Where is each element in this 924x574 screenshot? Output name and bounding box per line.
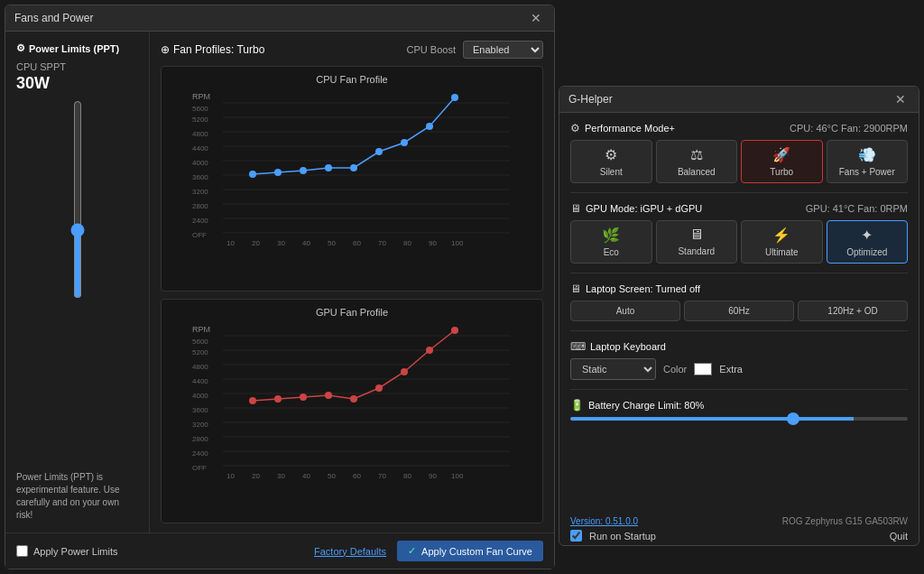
svg-point-34: [325, 164, 332, 171]
optimized-mode-button[interactable]: ✦ Optimized: [827, 220, 909, 264]
main-content: ⚙ Power Limits (PPT) CPU SPPT 30W Power …: [5, 32, 554, 532]
apply-power-label[interactable]: Apply Power Limits: [16, 545, 118, 557]
gpu-info: GPU: 41°C Fan: 0RPM: [806, 203, 908, 214]
120hz-button[interactable]: 120Hz + OD: [798, 301, 908, 321]
svg-text:70: 70: [378, 239, 386, 246]
ghelper-close-button[interactable]: ✕: [892, 92, 910, 106]
apply-fan-curve-button[interactable]: ✓ Apply Custom Fan Curve: [397, 541, 543, 561]
svg-text:90: 90: [429, 472, 437, 479]
svg-text:2400: 2400: [192, 449, 208, 458]
turbo-mode-button[interactable]: 🚀 Turbo: [741, 140, 823, 183]
laptop-screen-section: 🖥 Laptop Screen: Turned off Auto 60Hz 12…: [570, 282, 908, 321]
fans-power-mode-button[interactable]: 💨 Fans + Power: [827, 140, 909, 183]
factory-defaults-button[interactable]: Factory Defaults: [314, 546, 386, 557]
standard-mode-button[interactable]: 🖥 Standard: [656, 220, 738, 264]
svg-text:4400: 4400: [192, 144, 208, 153]
svg-text:80: 80: [403, 472, 411, 479]
svg-text:100: 100: [451, 239, 464, 246]
startup-row: Run on Startup Quit: [559, 526, 919, 545]
svg-text:20: 20: [252, 239, 260, 246]
eco-mode-button[interactable]: 🌿 Eco: [570, 220, 652, 264]
divider-2: [570, 273, 908, 273]
keyboard-icon: ⌨: [570, 340, 586, 353]
svg-text:3200: 3200: [192, 421, 208, 429]
keyboard-controls: Static Breathing Color Cycle Strobing Of…: [570, 358, 908, 380]
ghelper-content: ⚙ Performance Mode+ CPU: 46°C Fan: 2900R…: [559, 113, 919, 513]
svg-text:4400: 4400: [192, 377, 208, 385]
right-panel: ⊕ Fan Profiles: Turbo CPU Boost Enabled …: [150, 32, 554, 532]
svg-text:20: 20: [252, 472, 260, 479]
svg-text:OFF: OFF: [192, 464, 207, 472]
startup-checkbox[interactable]: [570, 530, 582, 542]
balanced-mode-button[interactable]: ⚖ Balanced: [656, 140, 738, 183]
optimized-icon: ✦: [861, 227, 873, 244]
performance-mode-buttons: ⚙ Silent ⚖ Balanced 🚀 Turbo 💨 Fans + Pow…: [570, 140, 908, 183]
battery-slider[interactable]: [570, 417, 908, 421]
svg-text:50: 50: [328, 472, 336, 479]
version-link[interactable]: Version: 0.51.0.0: [570, 516, 638, 526]
keyboard-mode-select[interactable]: Static Breathing Color Cycle Strobing Of…: [570, 358, 656, 380]
title-bar: Fans and Power ✕: [5, 5, 554, 32]
svg-point-72: [274, 395, 282, 403]
gpu-mode-icon: 🖥: [570, 202, 581, 215]
screen-label: Laptop Screen: Turned off: [586, 283, 700, 294]
startup-label: Run on Startup: [589, 531, 656, 542]
add-profile-icon[interactable]: ⊕: [161, 43, 170, 56]
cpu-boost-label: CPU Boost: [407, 44, 456, 55]
svg-text:50: 50: [328, 239, 336, 246]
svg-text:3200: 3200: [192, 188, 208, 196]
svg-text:4000: 4000: [192, 392, 208, 400]
checkmark-icon: ✓: [408, 545, 416, 557]
svg-text:RPM: RPM: [192, 92, 210, 101]
quit-button[interactable]: Quit: [890, 531, 908, 542]
silent-mode-button[interactable]: ⚙ Silent: [570, 140, 652, 183]
power-limits-title: ⚙ Power Limits (PPT): [16, 42, 138, 54]
cpu-boost-select[interactable]: Enabled Disabled Aggressive: [463, 41, 543, 59]
cpu-fan-chart[interactable]: RPM OFF 2400 2800 3200 3600 4000 4400 48…: [169, 88, 535, 246]
svg-text:2800: 2800: [192, 435, 208, 443]
balanced-icon: ⚖: [690, 146, 703, 163]
gpu-chart-title: GPU Fan Profile: [169, 307, 535, 318]
svg-text:100: 100: [451, 472, 464, 479]
svg-point-77: [401, 368, 408, 375]
svg-text:10: 10: [226, 472, 235, 479]
power-icon: ⚙: [16, 42, 25, 54]
close-button[interactable]: ✕: [527, 11, 545, 25]
svg-text:5600: 5600: [192, 338, 208, 346]
svg-text:40: 40: [302, 472, 310, 479]
power-slider[interactable]: [69, 100, 87, 299]
gpu-mode-section: 🖥 GPU Mode: iGPU + dGPU GPU: 41°C Fan: 0…: [570, 202, 908, 264]
svg-point-31: [249, 171, 256, 178]
60hz-button[interactable]: 60Hz: [684, 301, 794, 321]
warning-text: Power Limits (PPT) is experimental featu…: [16, 471, 138, 522]
extra-button[interactable]: Extra: [719, 364, 743, 375]
gpu-mode-buttons: 🌿 Eco 🖥 Standard ⚡ Ultimate ✦ Optimized: [570, 220, 908, 264]
window-title: Fans and Power: [14, 12, 93, 24]
color-swatch[interactable]: [694, 363, 712, 375]
svg-text:5200: 5200: [192, 116, 208, 124]
fans-power-icon: 💨: [858, 146, 876, 163]
cpu-sppt-label: CPU SPPT: [16, 61, 138, 72]
svg-point-75: [350, 395, 357, 403]
battery-icon: 🔋: [570, 399, 584, 412]
turbo-icon: 🚀: [772, 146, 790, 163]
svg-point-79: [451, 327, 458, 334]
svg-point-71: [249, 397, 256, 404]
svg-text:40: 40: [302, 239, 310, 246]
svg-text:3600: 3600: [192, 173, 208, 181]
svg-text:4800: 4800: [192, 363, 208, 371]
fan-profiles-header: ⊕ Fan Profiles: Turbo CPU Boost Enabled …: [161, 41, 543, 59]
gpu-fan-chart[interactable]: RPM OFF 2400 2800 3200 3600 4000 4400 48…: [169, 321, 535, 479]
ultimate-mode-button[interactable]: ⚡ Ultimate: [741, 220, 823, 264]
apply-power-checkbox[interactable]: [16, 545, 28, 557]
cpu-sppt-value: 30W: [16, 74, 138, 93]
svg-point-36: [375, 148, 383, 155]
svg-text:30: 30: [277, 239, 285, 246]
auto-refresh-button[interactable]: Auto: [570, 301, 680, 321]
cpu-chart-title: CPU Fan Profile: [169, 74, 535, 85]
keyboard-section: ⌨ Laptop Keyboard Static Breathing Color…: [570, 340, 908, 380]
svg-text:10: 10: [226, 239, 235, 246]
battery-section: 🔋 Battery Charge Limit: 80%: [570, 399, 908, 421]
svg-point-33: [300, 167, 307, 174]
ultimate-icon: ⚡: [772, 227, 790, 244]
